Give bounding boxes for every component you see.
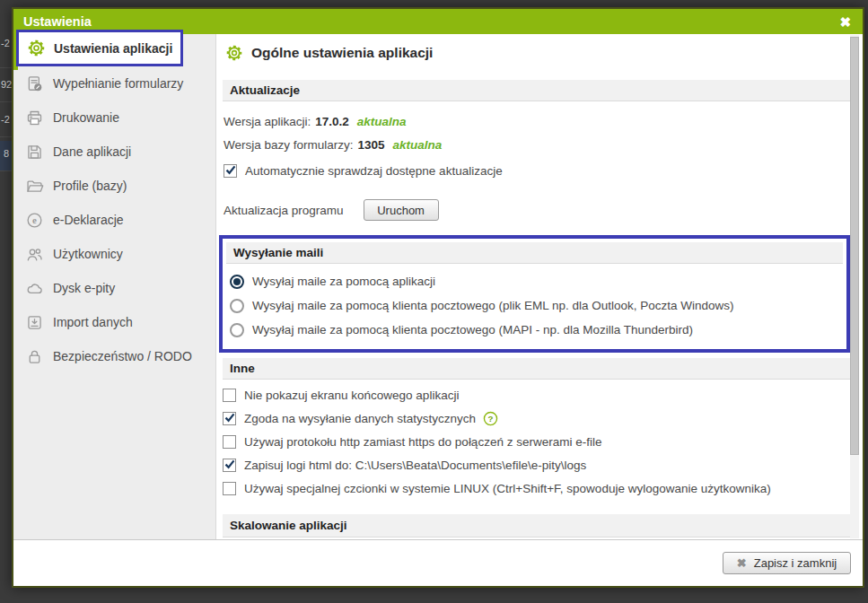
sidebar-item-7[interactable]: Dysk e-pity xyxy=(13,271,215,305)
app-version-status: aktualna xyxy=(357,115,407,128)
forms-version-value: 1305 xyxy=(358,138,385,152)
sidebar-item-8[interactable]: Import danych xyxy=(13,305,215,339)
forms-version-status: aktualna xyxy=(393,138,443,152)
sidebar-item-list: Wypełnianie formularzy Drukowanie Dane a… xyxy=(13,34,215,373)
checkbox-label: Używaj specjalnej czcionki w systemie LI… xyxy=(244,482,771,495)
background-number: 92 xyxy=(1,79,12,90)
forms-version-label: Wersja bazy formularzy: xyxy=(224,138,354,152)
checkbox-label: Używaj protokołu http zamiast https do p… xyxy=(244,435,601,449)
sidebar-item-4[interactable]: Profile (bazy) xyxy=(13,169,215,203)
app-version-label: Wersja aplikacji: xyxy=(224,115,311,128)
auto-update-label: Automatycznie sprawdzaj dostępne aktuali… xyxy=(245,164,503,178)
section-title: Wysyłanie maili xyxy=(233,246,323,259)
import-icon xyxy=(25,313,44,332)
sidebar-item-9[interactable]: Bezpieczeństwo / RODO xyxy=(13,339,215,373)
forms-version-row: Wersja bazy formularzy: 1305 aktualna xyxy=(223,133,850,157)
auto-update-checkbox[interactable] xyxy=(224,164,237,178)
section-title: Skalowanie aplikacji xyxy=(230,519,347,532)
scrollbar-thumb[interactable] xyxy=(850,37,859,455)
other-options-group: Nie pokazuj ekranu końcowego aplikacji ?… xyxy=(223,383,850,500)
section-title: Aktualizacje xyxy=(230,83,300,97)
radio-button[interactable] xyxy=(230,299,244,313)
svg-text:?: ? xyxy=(488,413,494,423)
app-version-value: 17.0.2 xyxy=(315,115,349,128)
gear-icon xyxy=(225,44,243,62)
mail-option-row: Wysyłaj maile za pomocą klienta pocztowe… xyxy=(226,318,843,342)
sidebar-item-label: Użytkownicy xyxy=(53,247,123,261)
settings-sidebar: Ustawienia aplikacji Wypełnianie formula… xyxy=(13,34,216,539)
sidebar-item-label: Drukowanie xyxy=(53,110,119,125)
other-option-row: Używaj specjalnej czcionki w systemie LI… xyxy=(223,476,850,500)
sidebar-item-label: Import danych xyxy=(53,315,133,329)
users-icon xyxy=(25,245,44,264)
radio-button[interactable] xyxy=(230,323,244,337)
section-header-skalowanie: Skalowanie aplikacji xyxy=(223,514,850,537)
sidebar-item-label: Bezpieczeństwo / RODO xyxy=(53,349,192,363)
sidebar-item-5[interactable]: e e-Deklaracje xyxy=(13,203,215,237)
e-folder-icon xyxy=(25,177,44,196)
e-circle-icon: e xyxy=(25,211,44,230)
checkbox[interactable] xyxy=(223,389,236,402)
save-button-label: Zapisz i zamknij xyxy=(754,556,837,570)
sidebar-item-1[interactable]: Wypełnianie formularzy xyxy=(13,66,215,100)
sidebar-item-2[interactable]: Drukowanie xyxy=(13,100,215,135)
mail-section-highlighted: Wysyłanie maili Wysyłaj maile za pomocą … xyxy=(219,235,850,353)
checkbox[interactable] xyxy=(223,412,236,425)
form-pencil-icon xyxy=(25,74,44,93)
auto-update-row: Automatycznie sprawdzaj dostępne aktuali… xyxy=(223,159,850,183)
background-row-line xyxy=(0,136,12,137)
sidebar-item-label: Dysk e-pity xyxy=(53,281,115,295)
radio-label: Wysyłaj maile za pomocą aplikacji xyxy=(252,275,435,288)
settings-dialog: Ustawienia ✖ Ustawienia aplikacji Wypełn… xyxy=(12,7,864,588)
dialog-main: Ustawienia aplikacji Wypełnianie formula… xyxy=(13,34,863,539)
program-update-label: Aktualizacja programu xyxy=(224,204,344,217)
background-number: -2 xyxy=(1,38,10,48)
vertical-scrollbar[interactable] xyxy=(850,35,859,538)
section-header-inne: Inne xyxy=(223,358,850,380)
save-and-close-button[interactable]: ✖ Zapisz i zamknij xyxy=(723,552,851,574)
checkbox-label: Zapisuj logi html do: C:\Users\Beata\Doc… xyxy=(244,459,586,472)
gear-icon xyxy=(27,39,46,57)
mail-option-row: Wysyłaj maile za pomocą aplikacji xyxy=(226,269,843,293)
radio-button[interactable] xyxy=(230,275,244,289)
other-option-row: Zapisuj logi html do: C:\Users\Beata\Doc… xyxy=(223,453,850,476)
section-header-aktualizacje: Aktualizacje xyxy=(223,80,850,101)
other-option-row: Używaj protokołu http zamiast https do p… xyxy=(223,430,850,453)
mail-option-row: Wysyłaj maile za pomocą klienta pocztowe… xyxy=(226,293,843,318)
sidebar-item-6[interactable]: Użytkownicy xyxy=(13,237,215,271)
sidebar-item-3[interactable]: Dane aplikacji xyxy=(13,135,215,169)
settings-content: Ogólne ustawienia aplikacji Aktualizacje… xyxy=(216,34,863,539)
background-row-line xyxy=(0,170,12,171)
sidebar-item-label: Ustawienia aplikacji xyxy=(54,41,172,56)
page-title: Ogólne ustawienia aplikacji xyxy=(223,44,850,62)
background-app-remnant: -2 92 -2 8 xyxy=(0,0,12,603)
checkbox[interactable] xyxy=(223,459,236,472)
other-option-row: Zgoda na wysyłanie danych statystycznych… xyxy=(223,406,850,430)
checkbox-label: Zgoda na wysyłanie danych statystycznych xyxy=(244,412,476,425)
page-title-text: Ogólne ustawienia aplikacji xyxy=(251,45,433,61)
run-update-button[interactable]: Uruchom xyxy=(364,199,439,221)
printer-icon xyxy=(25,109,44,127)
dialog-title: Ustawienia xyxy=(23,14,92,29)
sidebar-item-label: e-Deklaracje xyxy=(53,213,124,227)
help-icon[interactable]: ? xyxy=(483,411,498,426)
floppy-icon xyxy=(25,143,44,162)
checkbox[interactable] xyxy=(223,435,236,449)
lock-icon xyxy=(25,347,44,366)
radio-label: Wysyłaj maile za pomocą klienta pocztowe… xyxy=(252,299,734,312)
mail-options-group: Wysyłaj maile za pomocą aplikacji Wysyła… xyxy=(226,269,843,342)
dialog-footer: ✖ Zapisz i zamknij xyxy=(13,539,863,586)
app-version-row: Wersja aplikacji: 17.0.2 aktualna xyxy=(223,109,850,133)
x-icon: ✖ xyxy=(737,556,747,570)
checkbox[interactable] xyxy=(223,482,236,495)
sidebar-item-label: Profile (bazy) xyxy=(53,179,127,193)
checkbox-label: Nie pokazuj ekranu końcowego aplikacji xyxy=(244,389,459,402)
sidebar-item-label: Dane aplikacji xyxy=(53,144,131,159)
close-icon[interactable]: ✖ xyxy=(839,15,851,29)
sidebar-item-ustawienia-aplikacji[interactable]: Ustawienia aplikacji xyxy=(16,30,183,66)
background-number: 8 xyxy=(4,148,9,159)
cloud-icon xyxy=(25,279,44,298)
radio-label: Wysyłaj maile za pomocą klienta pocztowe… xyxy=(252,323,693,336)
background-number: -2 xyxy=(1,114,10,125)
svg-text:e: e xyxy=(32,214,37,225)
